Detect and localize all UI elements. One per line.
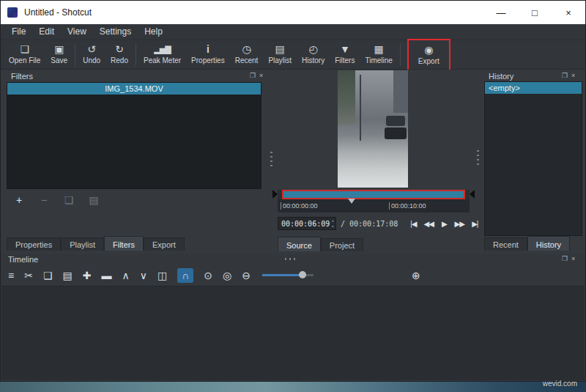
snap-magnet-icon[interactable]: ∩: [177, 268, 193, 283]
left-splitter-handle[interactable]: [270, 152, 272, 166]
player-scrubber[interactable]: [278, 190, 470, 199]
tab-history[interactable]: History: [527, 236, 570, 251]
fast-forward-button[interactable]: ▶▶: [453, 218, 466, 229]
menu-edit[interactable]: Edit: [32, 24, 61, 40]
window-title: Untitled - Shotcut: [24, 7, 92, 18]
timeline-panel-title: Timeline: [8, 255, 38, 264]
history-list: <empty>: [484, 81, 582, 236]
tab-source[interactable]: Source: [278, 237, 321, 251]
menu-settings[interactable]: Settings: [93, 24, 138, 40]
timeline-header: Timeline ❐ ×: [1, 254, 585, 265]
overwrite-icon[interactable]: ∨: [140, 269, 147, 282]
window-controls: — □ ×: [484, 1, 585, 24]
recent-icon: ◷: [242, 43, 251, 55]
tab-playlist[interactable]: Playlist: [61, 237, 104, 251]
redo-button[interactable]: ↻ Redo: [105, 42, 133, 67]
tab-export[interactable]: Export: [144, 237, 185, 251]
export-highlight-box: ◉ Export: [407, 39, 450, 71]
play-button[interactable]: ▶: [437, 218, 450, 229]
timeline-splitter-handle[interactable]: [285, 258, 298, 260]
scrub-while-dragging-icon[interactable]: ⊙: [204, 269, 212, 282]
lift-icon[interactable]: ∧: [122, 269, 129, 282]
history-icon: ◴: [309, 43, 318, 55]
zoom-in-icon[interactable]: ⊕: [412, 269, 420, 282]
history-empty-item[interactable]: <empty>: [485, 82, 582, 94]
paste-filters-button[interactable]: ▤: [86, 193, 102, 207]
append-icon[interactable]: ✚: [83, 269, 92, 282]
rewind-button[interactable]: ◀◀: [422, 218, 435, 229]
skip-to-start-button[interactable]: |◀: [407, 218, 420, 229]
close-panel-icon[interactable]: ×: [571, 72, 575, 79]
timeline-menu-icon[interactable]: ≡: [8, 269, 14, 282]
add-filter-button[interactable]: +: [11, 193, 27, 207]
copy-icon[interactable]: ❏: [43, 269, 53, 282]
playlist-button[interactable]: ▤ Playlist: [263, 42, 297, 67]
timeline-dock-icons: ❐ ×: [562, 255, 575, 262]
tab-properties[interactable]: Properties: [7, 237, 61, 251]
history-button[interactable]: ◴ History: [297, 42, 330, 67]
timeline-tracks-area[interactable]: [1, 286, 585, 380]
tab-recent[interactable]: Recent: [484, 237, 527, 251]
filters-clip-row[interactable]: IMG_1534.MOV: [7, 83, 261, 95]
split-icon[interactable]: ◫: [157, 269, 167, 282]
timeline-button[interactable]: ▦ Timeline: [360, 42, 397, 67]
timeline-toolbar: ≡ ✂ ❏ ▤ ✚ ▬ ∧ ∨ ◫ ∩ ⊙ ◎ ⊖ ⊕: [1, 265, 585, 285]
trim-out-marker[interactable]: [470, 190, 475, 199]
tab-project[interactable]: Project: [321, 238, 363, 251]
save-button[interactable]: ▣ Save: [45, 42, 73, 67]
float-panel-icon[interactable]: ❐: [250, 72, 256, 79]
close-button[interactable]: ×: [552, 1, 585, 24]
skip-to-end-button[interactable]: ▶|: [468, 218, 481, 229]
preview-building-shape: [393, 70, 408, 113]
close-panel-icon[interactable]: ×: [259, 72, 263, 79]
timeline-zoom-slider[interactable]: [262, 274, 314, 276]
menu-help[interactable]: Help: [138, 24, 169, 40]
minimize-button[interactable]: —: [484, 1, 518, 24]
undo-icon: ↺: [87, 43, 96, 55]
ripple-all-tracks-icon[interactable]: ◎: [223, 269, 231, 282]
copy-filters-button[interactable]: ❏: [61, 193, 77, 207]
tab-filters[interactable]: Filters: [104, 236, 144, 251]
menubar: File Edit View Settings Help: [1, 24, 585, 40]
float-panel-icon[interactable]: ❐: [562, 255, 568, 262]
remove-filter-button[interactable]: −: [36, 193, 52, 207]
menu-view[interactable]: View: [61, 24, 93, 40]
export-button[interactable]: ◉ Export: [413, 42, 445, 67]
menu-file[interactable]: File: [5, 24, 32, 40]
cut-icon[interactable]: ✂: [24, 269, 33, 282]
ruler-label-start: 00:00:00:00: [281, 202, 318, 210]
clip-selection-bar[interactable]: [282, 190, 465, 199]
spin-up-icon[interactable]: ▴: [331, 218, 334, 223]
player-time-ruler[interactable]: 00:00:00:00 00:00:10:00: [278, 199, 470, 212]
close-panel-icon[interactable]: ×: [571, 255, 575, 262]
video-preview: [338, 70, 408, 188]
toolbar-separator: [400, 44, 401, 66]
total-duration-label: / 00:00:17:08: [341, 220, 398, 228]
toolbar-separator: [75, 44, 75, 66]
maximize-button[interactable]: □: [518, 1, 552, 24]
right-tab-bar: Recent History: [484, 236, 570, 251]
trim-in-marker[interactable]: [272, 190, 278, 199]
watermark: wevid.com: [543, 380, 577, 388]
right-splitter-handle[interactable]: [477, 150, 479, 165]
open-file-button[interactable]: ❏ Open File: [4, 42, 45, 67]
preview-car-shape: [386, 116, 405, 126]
peak-meter-button[interactable]: ▂▅▇ Peak Meter: [138, 42, 186, 67]
filters-button[interactable]: ▼ Filters: [330, 42, 360, 67]
float-panel-icon[interactable]: ❐: [562, 72, 568, 79]
filters-dock-icons: ❐ ×: [250, 72, 263, 79]
toolbar-separator: [136, 44, 136, 66]
history-dock-icons: ❐ ×: [562, 72, 575, 79]
undo-button[interactable]: ↺ Undo: [78, 42, 105, 67]
spin-down-icon[interactable]: ▾: [331, 223, 334, 229]
playhead-marker[interactable]: [348, 199, 355, 204]
filters-panel-title: Filters: [11, 72, 33, 81]
recent-button[interactable]: ◷ Recent: [230, 42, 264, 67]
paste-icon[interactable]: ▤: [62, 269, 72, 282]
ripple-delete-icon[interactable]: ▬: [101, 269, 111, 282]
zoom-slider-handle[interactable]: [299, 271, 306, 278]
properties-button[interactable]: i Properties: [186, 42, 230, 67]
ruler-label-mid: 00:00:10:00: [389, 202, 426, 210]
current-time-field[interactable]: 00:00:06:09 ▴ ▾: [278, 217, 336, 230]
zoom-out-icon[interactable]: ⊖: [242, 269, 251, 282]
